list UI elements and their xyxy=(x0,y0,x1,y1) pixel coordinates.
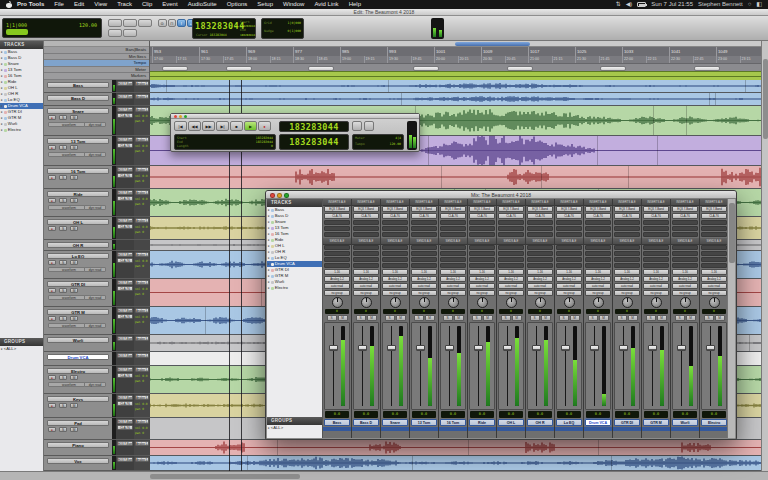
pan-knob[interactable] xyxy=(419,297,430,308)
fader-handle[interactable] xyxy=(619,345,628,351)
track-automation-selector[interactable]: dyn read xyxy=(84,205,106,210)
track-name-button[interactable]: Lo EQ xyxy=(47,253,109,259)
input-selector[interactable]: 1-16 xyxy=(469,269,495,275)
track-solo-button[interactable]: S xyxy=(59,316,67,321)
track-output-selector[interactable]: Analog 1-2 xyxy=(135,94,149,99)
insert-cla76-button[interactable]: CLA-76 xyxy=(585,213,611,219)
insert-empty-slot[interactable] xyxy=(411,226,437,231)
track-rec-button[interactable]: ● xyxy=(48,145,56,150)
automation-mode-selector[interactable]: auto read xyxy=(527,283,553,289)
pan-knob[interactable] xyxy=(564,297,575,308)
transport-minimize-button[interactable] xyxy=(179,115,182,118)
input-selector[interactable]: 1-16 xyxy=(382,269,408,275)
send-empty-slot[interactable] xyxy=(411,245,437,250)
track-header-bass-d[interactable]: Bass D xyxy=(44,93,112,106)
send-empty-slot[interactable] xyxy=(527,257,553,262)
track-rec-button[interactable]: ● xyxy=(48,375,56,380)
track-output-selector[interactable]: Analog 1-2 xyxy=(135,81,149,86)
channel-name-button[interactable]: Drum VCA xyxy=(585,419,611,426)
pan-knob[interactable] xyxy=(709,297,720,308)
insert-empty-slot[interactable] xyxy=(440,220,466,225)
send-empty-slot[interactable] xyxy=(411,257,437,262)
solo-button[interactable]: S xyxy=(327,315,337,321)
battery-icon[interactable] xyxy=(637,2,646,7)
insert-empty-slot[interactable] xyxy=(556,220,582,225)
ruler-label-markers[interactable]: Markers xyxy=(44,73,149,80)
mix-tracks-header[interactable]: TRACKS xyxy=(267,199,322,207)
channel-name-button[interactable]: Wurli xyxy=(672,419,698,426)
mute-button[interactable]: M xyxy=(541,315,551,321)
insert-empty-slot[interactable] xyxy=(353,220,379,225)
track-output-selector[interactable]: Analog 1-2 xyxy=(135,395,149,400)
channel-name-button[interactable]: Snare xyxy=(382,419,408,426)
solo-button[interactable]: S xyxy=(414,315,424,321)
automation-mode-selector[interactable]: auto read xyxy=(469,283,495,289)
send-empty-slot[interactable] xyxy=(498,263,524,268)
solo-button[interactable]: S xyxy=(588,315,598,321)
insert-eq3-button[interactable]: EQ3 7-Band xyxy=(440,206,466,212)
insert-slot-eq3[interactable]: EQ3 7-Band xyxy=(117,190,133,195)
send-empty-slot[interactable] xyxy=(701,251,727,256)
insert-empty-slot[interactable] xyxy=(527,220,553,225)
send-empty-slot[interactable] xyxy=(411,263,437,268)
insert-empty-slot[interactable] xyxy=(701,232,727,237)
transport-counter-sub[interactable]: 183283044 xyxy=(280,135,348,150)
stop-button[interactable]: ■ xyxy=(230,121,243,131)
send-empty-slot[interactable] xyxy=(440,251,466,256)
solo-button[interactable]: S xyxy=(617,315,627,321)
insert-slot-eq3[interactable]: EQ3 7-Band xyxy=(117,308,133,313)
send-empty-slot[interactable] xyxy=(382,251,408,256)
send-empty-slot[interactable] xyxy=(324,245,350,250)
output-selector[interactable]: Analog 1-2 xyxy=(643,276,669,282)
send-empty-slot[interactable] xyxy=(324,263,350,268)
insert-eq3-button[interactable]: EQ3 7-Band xyxy=(614,206,640,212)
track-mute-button[interactable]: M xyxy=(70,226,78,231)
track-output-selector[interactable]: Analog 1-2 xyxy=(135,367,149,372)
insert-empty-slot[interactable] xyxy=(527,232,553,237)
insert-cla76-button[interactable]: CLA-76 xyxy=(353,213,379,219)
clock[interactable]: Sun 7 Jul 21:55 xyxy=(651,0,693,9)
menu-view[interactable]: View xyxy=(89,0,112,9)
pan-knob[interactable] xyxy=(477,297,488,308)
pan-knob[interactable] xyxy=(448,297,459,308)
track-solo-button[interactable]: S xyxy=(59,145,67,150)
edit-hscroll-thumb[interactable] xyxy=(150,474,300,479)
insert-eq3-button[interactable]: EQ3 7-Band xyxy=(324,206,350,212)
pan-knob[interactable] xyxy=(332,297,343,308)
rewind-button[interactable]: ◀◀ xyxy=(188,121,201,131)
track-mute-button[interactable]: M xyxy=(70,198,78,203)
fader-handle[interactable] xyxy=(532,345,541,351)
spotlight-icon[interactable]: ○ xyxy=(748,0,752,9)
send-empty-slot[interactable] xyxy=(324,257,350,262)
track-output-selector[interactable]: Analog 1-2 xyxy=(135,137,149,142)
send-empty-slot[interactable] xyxy=(411,251,437,256)
marker-chip[interactable] xyxy=(162,66,188,71)
mute-button[interactable]: M xyxy=(686,315,696,321)
group-selector[interactable]: no group xyxy=(440,290,466,296)
track-solo-button[interactable]: S xyxy=(59,375,67,380)
mute-button[interactable]: M xyxy=(570,315,580,321)
insert-empty-slot[interactable] xyxy=(440,232,466,237)
track-header-ride[interactable]: Ride●SMwaveformdyn read xyxy=(44,189,112,217)
insert-cla76-button[interactable]: CLA-76 xyxy=(527,213,553,219)
insert-slot-cla76[interactable]: CLA-76 xyxy=(117,196,133,201)
input-selector[interactable]: 1-16 xyxy=(498,269,524,275)
track-solo-button[interactable]: S xyxy=(59,175,67,180)
overview-scroll-thumb[interactable] xyxy=(455,42,530,46)
fader-handle[interactable] xyxy=(503,345,512,351)
input-selector[interactable]: 1-16 xyxy=(440,269,466,275)
insert-empty-slot[interactable] xyxy=(440,226,466,231)
track-mute-button[interactable]: M xyxy=(70,115,78,120)
pan-knob[interactable] xyxy=(593,297,604,308)
t-meter-value[interactable]: 4|4 xyxy=(395,136,401,140)
insert-empty-slot[interactable] xyxy=(382,226,408,231)
track-automation-selector[interactable]: dyn read xyxy=(84,152,106,157)
insert-slot-cla76[interactable]: CLA-76 xyxy=(117,143,133,148)
pan-knob[interactable] xyxy=(506,297,517,308)
input-selector[interactable]: 1-16 xyxy=(353,269,379,275)
insert-slot-eq3[interactable]: EQ3 7-Band xyxy=(117,353,133,358)
mute-button[interactable]: M xyxy=(367,315,377,321)
track-solo-button[interactable]: S xyxy=(59,288,67,293)
menu-options[interactable]: Options xyxy=(222,0,253,9)
group-selector[interactable]: no group xyxy=(701,290,727,296)
